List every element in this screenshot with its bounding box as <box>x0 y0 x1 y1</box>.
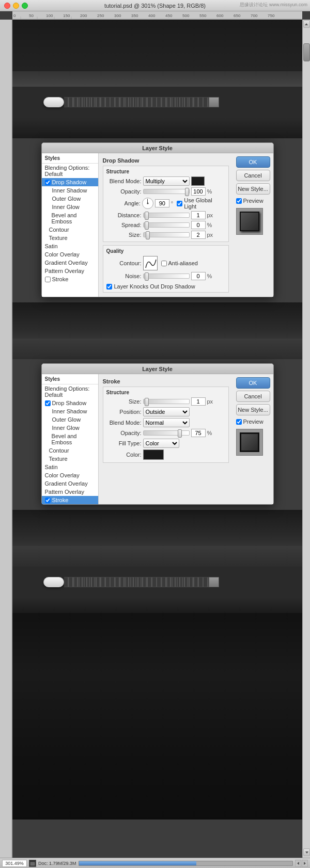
drop-shadow-checkbox[interactable] <box>45 180 51 185</box>
style-gradient-overlay[interactable]: Gradient Overlay <box>42 259 98 267</box>
drop-shadow-checkbox-2[interactable] <box>45 400 51 406</box>
global-light-checkbox[interactable] <box>177 201 182 206</box>
ok-button-1[interactable]: OK <box>236 156 270 168</box>
style2-blending-options[interactable]: Blending Options: Default <box>42 384 98 399</box>
style2-gradient-overlay[interactable]: Gradient Overlay <box>42 479 98 488</box>
noise-slider[interactable] <box>143 274 190 279</box>
size-slider-2[interactable] <box>143 399 190 404</box>
style-pattern-overlay[interactable]: Pattern Overlay <box>42 267 98 275</box>
style-inner-shadow[interactable]: Inner Shadow <box>42 186 98 195</box>
opacity-thumb-1[interactable] <box>185 188 189 196</box>
angle-center <box>147 203 148 204</box>
size-thumb-2[interactable] <box>145 398 149 406</box>
noise-input[interactable] <box>191 272 206 280</box>
contour-label: Contour: <box>106 260 142 266</box>
blend-mode-select[interactable]: Multiply <box>143 176 190 186</box>
style2-texture[interactable]: Texture <box>42 455 98 463</box>
opacity-thumb-2[interactable] <box>178 429 182 438</box>
style-bevel-emboss[interactable]: Bevel and Emboss <box>42 211 98 226</box>
layer-knocks-row: Layer Knocks Out Drop Shadow <box>106 283 225 290</box>
size-input-1[interactable] <box>191 231 206 239</box>
style-outer-glow[interactable]: Outer Glow <box>42 195 98 203</box>
style-satin[interactable]: Satin <box>42 242 98 250</box>
maximize-button[interactable] <box>22 3 28 9</box>
spread-input[interactable] <box>191 221 206 229</box>
quality-label: Quality <box>106 248 225 254</box>
svg-marker-22 <box>305 23 308 25</box>
minimize-button[interactable] <box>13 3 19 9</box>
quality-section: Quality Contour: Anti-aliased <box>103 245 229 293</box>
stroke-checkbox-2[interactable] <box>45 497 51 503</box>
distance-input[interactable] <box>191 211 206 219</box>
opacity-slider-1[interactable] <box>143 189 190 194</box>
dialog2-titlebar: Layer Style <box>42 364 273 374</box>
new-style-button-2[interactable]: New Style... <box>236 404 270 415</box>
spread-row: Spread: % <box>106 221 225 229</box>
angle-dial[interactable] <box>142 198 153 209</box>
cancel-button-1[interactable]: Cancel <box>236 170 270 181</box>
close-button[interactable] <box>4 3 10 9</box>
stroke-checkbox-1[interactable] <box>45 277 51 282</box>
style2-inner-shadow[interactable]: Inner Shadow <box>42 407 98 415</box>
zipper-pull-2 <box>43 577 64 587</box>
style2-satin[interactable]: Satin <box>42 463 98 471</box>
ok-button-2[interactable]: OK <box>236 377 270 389</box>
structure-section-2: Structure Size: px Position: <box>103 387 229 463</box>
anti-aliased-label: Anti-aliased <box>168 260 198 266</box>
style-drop-shadow-active[interactable]: Drop Shadow <box>42 178 98 186</box>
scrollbar-vertical[interactable] <box>302 20 310 858</box>
style-blending-options[interactable]: Blending Options: Default <box>42 164 98 178</box>
dialog1-titlebar: Layer Style <box>42 143 273 153</box>
style2-outer-glow[interactable]: Outer Glow <box>42 415 98 424</box>
scroll-down-arrow[interactable] <box>303 848 310 856</box>
preview-checkbox-2[interactable] <box>236 419 242 425</box>
style2-inner-glow[interactable]: Inner Glow <box>42 424 98 432</box>
style-inner-glow[interactable]: Inner Glow <box>42 203 98 211</box>
preview-box-1 <box>236 208 263 235</box>
spread-thumb[interactable] <box>145 221 149 230</box>
style-color-overlay[interactable]: Color Overlay <box>42 250 98 259</box>
window-title: tutorial.psd @ 301% (Shape 19, RGB/8) <box>104 3 206 9</box>
opacity-slider-2[interactable] <box>143 430 190 436</box>
blend-mode-select-2[interactable]: Normal <box>143 418 190 427</box>
color-row: Color: <box>106 449 225 460</box>
style2-color-overlay[interactable]: Color Overlay <box>42 471 98 479</box>
layer-knocks-checkbox[interactable] <box>106 284 112 290</box>
fill-type-select[interactable]: Color <box>143 439 179 448</box>
style2-bevel-emboss[interactable]: Bevel and Emboss <box>42 432 98 446</box>
cancel-button-2[interactable]: Cancel <box>236 391 270 402</box>
spread-slider[interactable] <box>143 222 190 228</box>
zoom-input[interactable]: 301.49% <box>2 860 27 867</box>
distance-thumb[interactable] <box>145 212 149 220</box>
new-style-button-1[interactable]: New Style... <box>236 183 270 195</box>
color-swatch-1[interactable] <box>191 176 205 186</box>
style2-stroke-active[interactable]: Stroke <box>42 496 98 504</box>
nav-left-arrow[interactable] <box>295 860 301 867</box>
style-contour[interactable]: Contour <box>42 226 98 234</box>
size-input-2[interactable] <box>191 397 206 406</box>
noise-thumb[interactable] <box>145 272 149 281</box>
opacity-input-1[interactable] <box>191 187 206 196</box>
size-thumb-1[interactable] <box>146 231 150 239</box>
scroll-up-arrow[interactable] <box>303 20 310 28</box>
size-slider-1[interactable] <box>143 232 190 237</box>
preview-inner-2 <box>240 432 259 452</box>
angle-input[interactable] <box>155 199 169 207</box>
position-select[interactable]: Outside <box>143 407 190 416</box>
style2-contour[interactable]: Contour <box>42 446 98 455</box>
noise-row: Noise: % <box>106 272 225 280</box>
contour-thumbnail[interactable] <box>143 256 158 270</box>
style2-pattern-overlay[interactable]: Pattern Overlay <box>42 488 98 496</box>
nav-right-arrow[interactable] <box>302 860 308 867</box>
style2-drop-shadow[interactable]: Drop Shadow <box>42 399 98 407</box>
layer-style-dialog-1: Layer Style Styles Blending Options: Def… <box>41 142 274 297</box>
anti-aliased-checkbox[interactable] <box>161 261 167 266</box>
preview-checkbox-1[interactable] <box>236 198 242 204</box>
style-stroke[interactable]: Stroke <box>42 275 98 283</box>
opacity-input-2[interactable] <box>191 429 206 437</box>
canvas-medium-1 <box>12 339 302 359</box>
scroll-thumb[interactable] <box>303 43 310 61</box>
distance-slider[interactable] <box>143 213 190 218</box>
style-texture[interactable]: Texture <box>42 234 98 242</box>
color-swatch-2[interactable] <box>143 449 164 460</box>
